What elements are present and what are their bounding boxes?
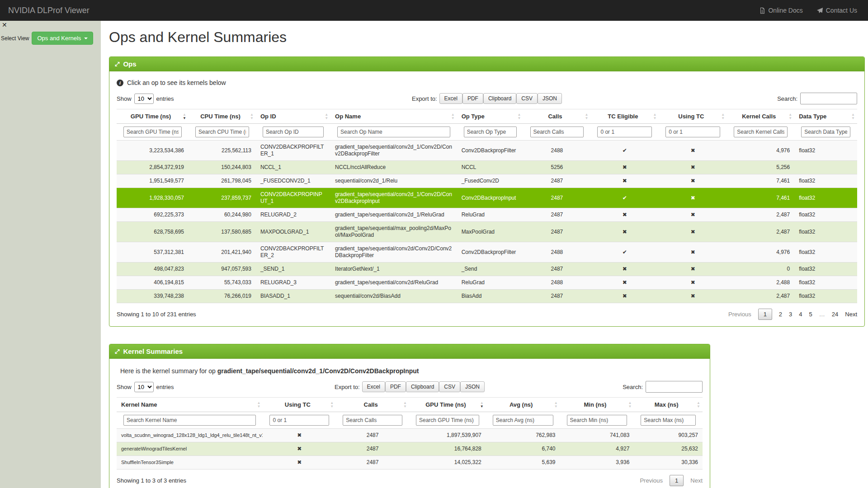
paper-plane-icon [816, 7, 823, 14]
table-cell: 406,194,815 [117, 276, 189, 290]
pagination-1[interactable]: 1 [670, 475, 684, 486]
table-search-input[interactable] [646, 381, 703, 393]
filter-input-calls[interactable] [530, 127, 584, 137]
filter-input-cpu-time-ns[interactable] [195, 127, 249, 137]
column-header-cpu-time-ns[interactable]: CPU Time (ns)▲▼ [189, 109, 256, 124]
filter-input-using-tc[interactable] [269, 415, 329, 426]
column-header-label: GPU Time (ns) [425, 401, 466, 408]
table-cell: ShuffleInTensor3Simple [117, 456, 263, 469]
filter-input-min-ns[interactable] [567, 415, 627, 426]
column-header-avg-ns[interactable]: Avg (ns)▲▼ [486, 398, 560, 412]
column-header-calls[interactable]: Calls▲▼ [336, 398, 409, 412]
filter-input-data-type[interactable] [801, 127, 850, 137]
export-pdf-button[interactable]: PDF [385, 381, 406, 392]
table-cell: 0 [727, 263, 794, 276]
table-cell: float32 [794, 263, 857, 276]
page-length-select[interactable]: 10 [134, 382, 154, 392]
column-header-op-type[interactable]: Op Type▲▼ [457, 109, 524, 124]
filter-input-op-type[interactable] [464, 127, 517, 137]
export-pdf-button[interactable]: PDF [462, 93, 483, 104]
column-header-min-ns[interactable]: Min (ns)▲▼ [560, 398, 634, 412]
column-header-using-tc[interactable]: Using TC▲▼ [263, 398, 336, 412]
column-header-gpu-time-ns[interactable]: GPU Time (ns)▲▼ [117, 109, 189, 124]
page-length-select[interactable]: 10 [134, 94, 154, 104]
sidebar: ✕ Select View Ops and Kernels [0, 21, 101, 488]
column-header-max-ns[interactable]: Max (ns)▲▼ [634, 398, 703, 412]
export-csv-button[interactable]: CSV [516, 93, 538, 104]
ops-pagination: Previous12345…24Next [728, 309, 857, 320]
pagination-2[interactable]: 2 [779, 311, 782, 318]
filter-input-max-ns[interactable] [641, 415, 696, 426]
table-cell: 2488 [524, 141, 591, 161]
table-row[interactable]: 692,225,37360,244,980RELUGRAD_2gradient_… [117, 208, 857, 222]
column-header-gpu-time-ns[interactable]: GPU Time (ns)▲▼ [409, 398, 486, 412]
column-header-kernel-name[interactable]: Kernel Name▲▼ [117, 398, 263, 412]
column-header-data-type[interactable]: Data Type▲▼ [794, 109, 857, 124]
export-excel-button[interactable]: Excel [439, 93, 462, 104]
view-selector-button[interactable]: Ops and Kernels [32, 32, 93, 45]
table-cell: 692,225,373 [117, 208, 189, 222]
table-row[interactable]: 406,194,81555,743,033RELUGRAD_3gradient_… [117, 276, 857, 290]
pagination-4[interactable]: 4 [799, 311, 802, 318]
table-cell: gradient_tape/sequential/conv2d_1/Conv2D… [330, 188, 457, 208]
table-cell: CONV2DBACKPROPINPUT_1 [256, 188, 330, 208]
table-cell: float32 [794, 188, 857, 208]
filter-input-calls[interactable] [343, 415, 402, 426]
app-brand[interactable]: NVIDIA DLProf Viewer [8, 6, 90, 15]
filter-input-avg-ns[interactable] [493, 415, 553, 426]
column-header-tc-eligible[interactable]: TC Eligible▲▼ [590, 109, 659, 124]
table-row[interactable]: 2,854,372,919150,244,803NCCL_1NCCL/ncclA… [117, 161, 857, 174]
table-cell: gradient_tape/sequential/max_pooling2d/M… [330, 222, 457, 242]
table-cell: 225,562,113 [189, 141, 256, 161]
online-docs-link[interactable]: Online Docs [759, 7, 802, 14]
kernel-pagination: Previous1Next [640, 475, 703, 486]
column-header-using-tc[interactable]: Using TC▲▼ [659, 109, 727, 124]
column-header-op-name[interactable]: Op Name▲▼ [330, 109, 457, 124]
column-header-op-id[interactable]: Op ID▲▼ [256, 109, 330, 124]
filter-input-kernel-calls[interactable] [734, 127, 788, 137]
export-json-button[interactable]: JSON [538, 93, 562, 104]
table-row[interactable]: 1,928,330,057237,859,737CONV2DBACKPROPIN… [117, 188, 857, 208]
export-clipboard-button[interactable]: Clipboard [483, 93, 516, 104]
contact-us-link[interactable]: Contact Us [816, 7, 857, 14]
table-row[interactable]: 3,223,534,386225,562,113CONV2DBACKPROPFI… [117, 141, 857, 161]
filter-input-using-tc[interactable] [665, 127, 720, 137]
table-search-input[interactable] [800, 93, 857, 104]
pagination-3[interactable]: 3 [789, 311, 792, 318]
filter-input-gpu-time-ns[interactable] [123, 127, 182, 137]
table-row[interactable]: 498,047,823947,057,593_SEND_1IteratorGet… [117, 263, 857, 276]
filter-input-gpu-time-ns[interactable] [416, 415, 479, 426]
filter-input-op-id[interactable] [263, 127, 324, 137]
table-row: generateWinogradTilesKernel✖248716,764,8… [117, 442, 703, 456]
table-row[interactable]: 339,748,23876,266,019BIASADD_1sequential… [117, 290, 857, 303]
pagination-next[interactable]: Next [845, 311, 857, 318]
table-filter-row [117, 124, 857, 141]
table-cell: ✖ [659, 161, 727, 174]
sort-arrows-icon: ▲▼ [257, 401, 261, 408]
export-csv-button[interactable]: CSV [439, 381, 460, 392]
table-cell: _FusedConv2D [457, 174, 524, 188]
filter-input-tc-eligible[interactable] [597, 127, 652, 137]
pagination-5[interactable]: 5 [809, 311, 812, 318]
table-row[interactable]: 537,312,381201,421,940CONV2DBACKPROPFILT… [117, 242, 857, 263]
export-clipboard-button[interactable]: Clipboard [406, 381, 439, 392]
entries-info: Showing 1 to 10 of 231 entries [117, 311, 196, 318]
pagination-24[interactable]: 24 [832, 311, 838, 318]
table-row[interactable]: 1,951,549,577261,798,045_FUSEDCONV2D_1se… [117, 174, 857, 188]
column-header-calls[interactable]: Calls▲▼ [524, 109, 591, 124]
export-json-button[interactable]: JSON [460, 381, 485, 392]
filter-input-kernel-name[interactable] [123, 415, 256, 426]
table-cell: 2487 [336, 442, 409, 456]
export-excel-button[interactable]: Excel [362, 381, 385, 392]
ops-info-line: i Click an op to see its kernels below [117, 79, 857, 86]
pagination-1[interactable]: 1 [758, 309, 772, 320]
close-icon[interactable]: ✕ [2, 22, 7, 28]
column-header-kernel-calls[interactable]: Kernel Calls▲▼ [727, 109, 794, 124]
filter-input-op-name[interactable] [337, 127, 450, 137]
kernel-table-controls: Show 10 entries Export to: ExcelPDFClipb… [117, 381, 703, 393]
table-cell: ✔ [590, 141, 659, 161]
ops-info-text: Click an op to see its kernels below [127, 79, 226, 86]
table-cell: 25,632 [634, 442, 703, 456]
table-row[interactable]: 628,758,695137,580,685MAXPOOLGRAD_1gradi… [117, 222, 857, 242]
sort-arrows-icon: ▲▼ [451, 113, 455, 120]
